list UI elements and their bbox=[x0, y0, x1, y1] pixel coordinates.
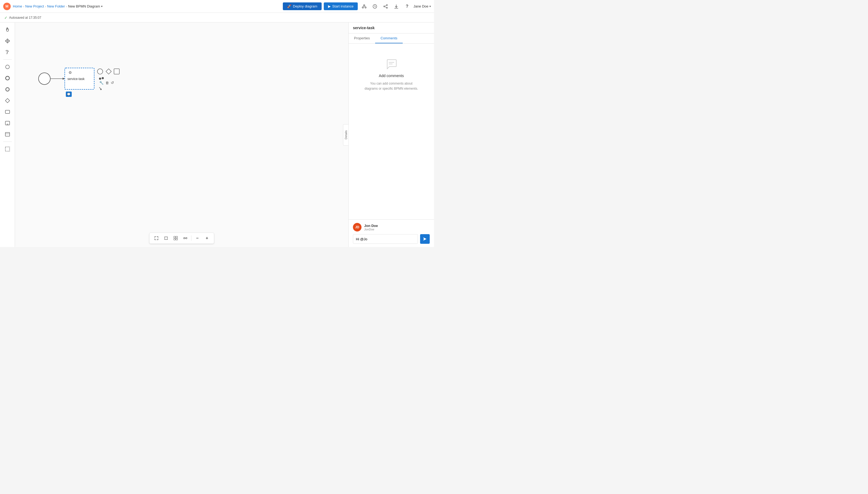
panel-title: service-task bbox=[349, 22, 434, 34]
context-redo[interactable]: ↺ bbox=[111, 80, 114, 85]
zoom-in-button[interactable]: + bbox=[204, 234, 211, 242]
details-panel-label: Details bbox=[344, 130, 348, 139]
end-event-button[interactable] bbox=[2, 73, 13, 83]
gateway-button[interactable] bbox=[2, 96, 13, 106]
breadcrumb-diagram-dropdown[interactable]: New BPMN Diagram ▾ bbox=[68, 4, 102, 8]
svg-rect-34 bbox=[176, 239, 178, 240]
breadcrumb-project[interactable]: New Project bbox=[25, 4, 44, 8]
fit-view-button[interactable] bbox=[153, 234, 160, 242]
grid-icon bbox=[174, 236, 178, 240]
context-dot2 bbox=[102, 77, 104, 79]
share-icon bbox=[383, 4, 388, 9]
share-button[interactable] bbox=[381, 2, 390, 11]
svg-point-35 bbox=[184, 238, 185, 239]
tab-properties[interactable]: Properties bbox=[349, 34, 375, 43]
comments-area: Add comments You can add comments about … bbox=[349, 44, 434, 220]
connect-icon bbox=[183, 236, 188, 240]
svg-point-2 bbox=[365, 7, 366, 8]
pool-icon bbox=[5, 132, 10, 137]
svg-point-8 bbox=[386, 7, 387, 8]
zoom-out-button[interactable]: − bbox=[194, 234, 201, 242]
autosave-bar: ✓ Autosaved at 17:35:07 bbox=[0, 13, 434, 22]
commenter-initials: JD bbox=[355, 225, 359, 229]
autosave-check-icon: ✓ bbox=[4, 16, 7, 20]
comments-desc: You can add comments about diagrams or s… bbox=[364, 81, 418, 91]
task-button[interactable] bbox=[2, 107, 13, 117]
context-wrench[interactable]: 🔧 bbox=[99, 80, 104, 85]
move-tool-button[interactable] bbox=[2, 36, 13, 46]
user-menu[interactable]: Jane Doe ▾ bbox=[413, 4, 431, 8]
svg-point-7 bbox=[384, 6, 385, 7]
hand-tool-button[interactable] bbox=[2, 25, 13, 35]
svg-point-16 bbox=[6, 76, 9, 80]
context-delete[interactable]: 🗑 bbox=[105, 81, 109, 85]
context-dot1 bbox=[99, 78, 101, 80]
svg-marker-26 bbox=[63, 78, 65, 80]
download-icon bbox=[394, 4, 399, 9]
bottom-toolbar: − + bbox=[149, 232, 214, 244]
fullscreen-button[interactable] bbox=[162, 234, 170, 242]
marquee-select-button[interactable] bbox=[2, 144, 13, 154]
svg-rect-32 bbox=[176, 236, 178, 238]
svg-point-1 bbox=[362, 7, 364, 8]
breadcrumb-folder[interactable]: New Folder bbox=[47, 4, 65, 8]
topbar: M Home › New Project › New Folder › New … bbox=[0, 0, 434, 13]
circle-tool-button[interactable] bbox=[2, 62, 13, 72]
left-toolbar bbox=[0, 22, 15, 247]
comments-title: Add comments bbox=[379, 74, 404, 78]
lasso-tool-button[interactable] bbox=[2, 47, 13, 57]
svg-text:💬: 💬 bbox=[67, 92, 71, 96]
context-gateway[interactable] bbox=[106, 69, 111, 74]
comment-text-input[interactable] bbox=[353, 234, 418, 244]
canvas-area[interactable]: ⚙ service-task 💬 🔧 🗑 ↺ bbox=[15, 22, 348, 247]
commenter-name: Jon Doe bbox=[364, 224, 378, 228]
pool-button[interactable] bbox=[2, 129, 13, 139]
help-icon: ? bbox=[406, 4, 408, 9]
svg-rect-33 bbox=[174, 239, 175, 240]
svg-point-36 bbox=[186, 238, 187, 239]
topbar-right: 🚀 Deploy diagram ▶ Start instance bbox=[283, 2, 431, 11]
intermediate-event-button[interactable] bbox=[2, 84, 13, 94]
start-instance-button[interactable]: ▶ Start instance bbox=[324, 2, 358, 10]
svg-line-4 bbox=[364, 6, 366, 7]
start-event[interactable] bbox=[39, 73, 50, 84]
download-button[interactable] bbox=[392, 2, 401, 11]
connect-button[interactable] bbox=[182, 234, 189, 242]
context-task[interactable] bbox=[114, 69, 119, 74]
diagram-svg: ⚙ service-task 💬 🔧 🗑 ↺ bbox=[15, 22, 348, 247]
svg-line-9 bbox=[385, 5, 386, 6]
svg-rect-22 bbox=[5, 132, 9, 136]
svg-point-18 bbox=[6, 88, 9, 91]
chevron-down-icon: ▾ bbox=[101, 5, 102, 8]
deploy-diagram-button[interactable]: 🚀 Deploy diagram bbox=[283, 2, 322, 10]
breadcrumb: Home › New Project › New Folder › New BP… bbox=[13, 4, 102, 8]
panel-tabs: Properties Comments bbox=[349, 34, 434, 44]
toolbar-divider-2 bbox=[3, 141, 12, 142]
svg-line-10 bbox=[385, 7, 386, 7]
task-icon bbox=[5, 109, 10, 115]
subprocess-button[interactable] bbox=[2, 118, 13, 128]
cluster-icon-button[interactable] bbox=[360, 2, 368, 11]
fullscreen-icon bbox=[164, 236, 168, 240]
svg-rect-31 bbox=[174, 236, 175, 238]
panel-title-text: service-task bbox=[353, 26, 374, 30]
help-button[interactable]: ? bbox=[403, 2, 411, 11]
comment-send-button[interactable] bbox=[420, 234, 430, 244]
context-start-event[interactable] bbox=[97, 69, 103, 74]
tab-comments[interactable]: Comments bbox=[375, 34, 403, 43]
history-icon bbox=[372, 4, 377, 9]
grid-button[interactable] bbox=[172, 234, 179, 242]
history-button[interactable] bbox=[371, 2, 379, 11]
bottom-divider bbox=[191, 235, 192, 241]
gateway-icon bbox=[5, 98, 10, 103]
autosave-text: Autosaved at 17:35:07 bbox=[9, 16, 41, 20]
details-panel-toggle[interactable]: Details bbox=[343, 124, 348, 146]
breadcrumb-sep-3: › bbox=[66, 5, 67, 8]
commenter-name-block: Jon Doe JonDoe bbox=[364, 224, 378, 231]
breadcrumb-sep-1: › bbox=[23, 5, 24, 8]
svg-rect-19 bbox=[5, 110, 9, 113]
circle-outline-icon bbox=[5, 64, 10, 70]
breadcrumb-home[interactable]: Home bbox=[13, 4, 22, 8]
svg-point-6 bbox=[386, 4, 387, 6]
user-chevron-icon: ▾ bbox=[429, 5, 431, 8]
